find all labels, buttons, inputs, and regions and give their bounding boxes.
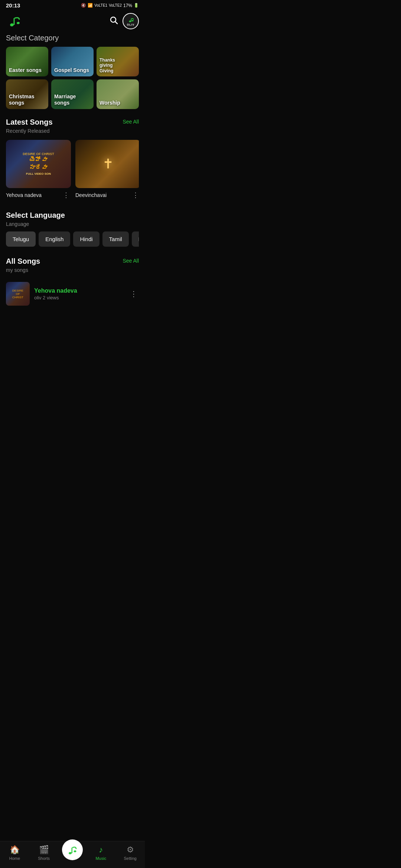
- song-info-1: Yehova nadeva ⋮: [6, 191, 71, 199]
- all-songs-subtitle: my songs: [6, 267, 40, 273]
- category-item-worship[interactable]: Worship: [97, 79, 139, 109]
- signal2-icon: VoLTE2: [109, 3, 122, 7]
- all-songs-see-all[interactable]: See All: [123, 257, 139, 264]
- status-time: 20:13: [6, 2, 20, 9]
- search-button[interactable]: [109, 16, 118, 27]
- song-list-more-1[interactable]: ⋮: [128, 289, 139, 298]
- svg-rect-7: [131, 19, 131, 22]
- battery-icon: 🔋: [134, 3, 139, 8]
- status-icons: 🔇 📶 VoLTE1 VoLTE2 17% 🔋: [81, 3, 139, 8]
- svg-rect-2: [14, 18, 15, 25]
- lang-chip-telugu[interactable]: Telugu: [6, 231, 36, 247]
- all-songs-title: All Songs: [6, 257, 40, 266]
- signal1-icon: VoLTE1: [94, 3, 107, 7]
- category-item-christmas[interactable]: Christmas songs: [6, 79, 48, 109]
- battery-level: 17%: [123, 3, 132, 8]
- svg-point-6: [129, 20, 131, 22]
- latest-songs-section: Latest Songs Recently Released See All D…: [6, 118, 139, 202]
- avatar-label: OLIV: [127, 23, 134, 26]
- select-language-section: Select Language Language Telugu English …: [6, 211, 139, 248]
- category-item-gospel[interactable]: Gospel Songs: [51, 47, 94, 76]
- song-list-name-1: Yehova nadeva: [34, 287, 124, 294]
- wifi-icon: 📶: [88, 3, 93, 8]
- song-card-2[interactable]: ✝ Deevinchavai ⋮: [75, 140, 139, 199]
- song-info-2: Deevinchavai ⋮: [75, 191, 139, 199]
- song-name-2: Deevinchavai: [75, 192, 107, 198]
- latest-songs-title: Latest Songs: [6, 118, 53, 126]
- lang-chip-english[interactable]: English: [39, 231, 70, 247]
- select-language-title: Select Language: [6, 211, 139, 220]
- select-language-subtitle: Language: [6, 221, 139, 227]
- main-content: Select Category Easter songs Gospel Song…: [0, 34, 145, 348]
- song-name-1: Yehova nadeva: [6, 192, 42, 198]
- all-songs-section: All Songs my songs See All DESIREOFCHRIS…: [6, 257, 139, 309]
- song-list-info-1: Yehova nadeva oliv 2 views: [34, 287, 124, 300]
- app-header: OLIV: [0, 10, 145, 34]
- song-list-meta-1: oliv 2 views: [34, 295, 124, 300]
- select-category-section: Select Category Easter songs Gospel Song…: [6, 34, 139, 109]
- song-more-2[interactable]: ⋮: [131, 191, 139, 199]
- header-actions: OLIV: [109, 13, 139, 29]
- mute-icon: 🔇: [81, 3, 86, 8]
- latest-songs-subtitle: Recently Released: [6, 128, 53, 134]
- app-logo: [6, 13, 22, 29]
- profile-button[interactable]: OLIV: [123, 13, 139, 29]
- logo-icon: [6, 13, 22, 29]
- song-card-1[interactable]: DESIRE OF CHRISTయెహోవానాదేవాFULL VIDEO S…: [6, 140, 71, 199]
- category-grid: Easter songs Gospel Songs ThanksgivingGi…: [6, 47, 139, 109]
- song-list-item-1[interactable]: DESIREOFCHRIST Yehova nadeva oliv 2 view…: [6, 279, 139, 309]
- category-item-marriage[interactable]: Marriage songs: [51, 79, 94, 109]
- song-list-thumb-1: DESIREOFCHRIST: [6, 282, 30, 306]
- select-category-title: Select Category: [6, 34, 139, 42]
- language-chips: Telugu English Hindi Tamil Malayala...: [6, 231, 139, 248]
- svg-point-8: [132, 20, 134, 21]
- status-bar: 20:13 🔇 📶 VoLTE1 VoLTE2 17% 🔋: [0, 0, 145, 10]
- category-item-easter[interactable]: Easter songs: [6, 47, 48, 76]
- avatar-logo-icon: [127, 17, 134, 23]
- lang-chip-malayalam[interactable]: Malayala...: [132, 231, 139, 247]
- song-thumb-2: ✝: [75, 140, 139, 188]
- category-item-thanksgiving[interactable]: ThanksgivingGiving: [97, 47, 139, 76]
- lang-chip-hindi[interactable]: Hindi: [73, 231, 99, 247]
- latest-songs-header: Latest Songs Recently Released See All: [6, 118, 139, 138]
- song-thumb-1: DESIRE OF CHRISTయెహోవానాదేవాFULL VIDEO S…: [6, 140, 71, 188]
- song-more-1[interactable]: ⋮: [61, 191, 71, 199]
- svg-line-5: [115, 22, 118, 24]
- latest-songs-scroll: DESIRE OF CHRISTయెహోవానాదేవాFULL VIDEO S…: [6, 140, 139, 202]
- lang-chip-tamil[interactable]: Tamil: [102, 231, 129, 247]
- cross-symbol: ✝: [102, 156, 114, 172]
- all-songs-header: All Songs my songs See All: [6, 257, 139, 277]
- latest-songs-see-all[interactable]: See All: [123, 118, 139, 125]
